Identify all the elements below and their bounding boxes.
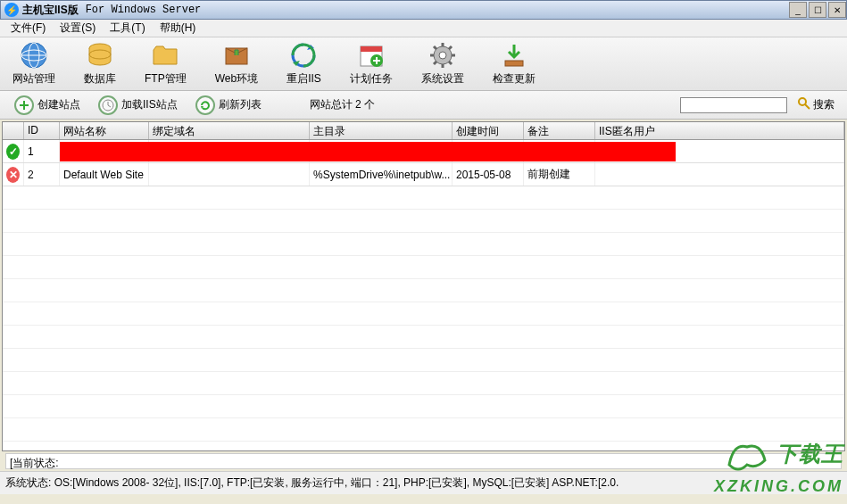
menu-bar: 文件(F) 设置(S) 工具(T) 帮助(H)	[0, 20, 847, 37]
search-button[interactable]: 搜索	[794, 95, 838, 114]
note-cell: 前期创建	[524, 163, 595, 186]
scheduled-label: 计划任务	[350, 71, 393, 87]
refresh-list-button[interactable]: 刷新列表	[190, 94, 267, 117]
status-error-icon: ✕	[6, 167, 20, 183]
col-user[interactable]: IIS匿名用户	[595, 122, 844, 139]
site-mgmt-label: 网站管理	[12, 71, 55, 87]
svg-point-22	[799, 98, 806, 105]
globe-icon	[20, 41, 48, 70]
minimize-button[interactable]: _	[789, 2, 807, 18]
close-button[interactable]: ✕	[828, 2, 846, 18]
gear-icon	[428, 41, 457, 70]
box-icon	[222, 41, 251, 70]
svg-rect-8	[361, 46, 382, 52]
ftp-mgmt-label: FTP管理	[145, 71, 187, 87]
id-cell: 2	[24, 163, 60, 186]
menu-file[interactable]: 文件(F)	[4, 19, 53, 37]
restart-iis-button[interactable]: 重启IIS	[283, 39, 325, 88]
menu-tools[interactable]: 工具(T)	[103, 19, 152, 37]
svg-rect-20	[505, 61, 523, 66]
system-status: 系统状态: OS:[Windows 2008- 32位], IIS:[7.0],…	[0, 471, 847, 494]
search-input[interactable]	[680, 97, 787, 113]
check-update-button[interactable]: 检查更新	[489, 39, 539, 88]
sys-settings-button[interactable]: 系统设置	[418, 39, 468, 88]
refresh-icon	[289, 41, 318, 70]
col-status[interactable]	[3, 122, 24, 139]
search-icon	[798, 97, 810, 112]
restart-iis-label: 重启IIS	[286, 71, 321, 87]
col-id[interactable]: ID	[24, 122, 60, 139]
ftp-mgmt-button[interactable]: FTP管理	[141, 39, 190, 88]
main-toolbar: 网站管理 数据库 FTP管理 Web环境 重启IIS 计划任务 系统设置 检查更…	[0, 37, 847, 91]
download-icon	[500, 41, 528, 70]
web-env-button[interactable]: Web环境	[212, 39, 262, 88]
col-name[interactable]: 网站名称	[60, 122, 149, 139]
menu-help[interactable]: 帮助(H)	[153, 19, 203, 37]
col-domain[interactable]: 绑定域名	[149, 122, 310, 139]
name-cell: Default Web Site	[60, 163, 149, 186]
calendar-plus-icon	[357, 41, 386, 70]
clock-icon	[98, 95, 118, 115]
maximize-button[interactable]: ☐	[809, 2, 826, 18]
action-bar: 创建站点 加载IIS站点 刷新列表 网站总计 2 个 搜索	[0, 91, 847, 120]
site-grid: ID 网站名称 绑定域名 主目录 创建时间 备注 IIS匿名用户 ✓ 1 ✕ 2…	[2, 121, 845, 451]
table-row[interactable]: ✕ 2 Default Web Site %SystemDrive%\inetp…	[3, 163, 844, 186]
load-iis-button[interactable]: 加载IIS站点	[93, 94, 183, 117]
svg-line-23	[805, 104, 810, 109]
svg-line-18	[434, 62, 436, 64]
time-cell: 2015-05-08	[453, 163, 524, 186]
status-ok-icon: ✓	[6, 144, 20, 160]
col-time[interactable]: 创建时间	[453, 122, 524, 139]
grid-header: ID 网站名称 绑定域名 主目录 创建时间 备注 IIS匿名用户	[3, 122, 844, 140]
create-site-button[interactable]: 创建站点	[9, 94, 86, 117]
refresh-list-label: 刷新列表	[219, 97, 262, 112]
title-bar: ⚡ 主机宝IIS版 For Windows Server _ ☐ ✕	[0, 0, 847, 20]
cycle-icon	[195, 95, 215, 115]
svg-line-19	[449, 46, 452, 49]
dir-cell: %SystemDrive%\inetpub\w...	[310, 163, 453, 186]
web-env-label: Web环境	[215, 71, 258, 87]
database-label: 数据库	[84, 71, 116, 87]
app-icon: ⚡	[4, 3, 19, 17]
database-icon	[86, 41, 114, 70]
domain-cell	[149, 163, 310, 186]
search-label: 搜索	[813, 97, 835, 112]
check-update-label: 检查更新	[493, 71, 536, 87]
sys-settings-label: 系统设置	[421, 71, 464, 87]
plus-icon	[14, 95, 34, 115]
svg-point-11	[439, 52, 446, 59]
status-cell: ✓	[3, 140, 24, 162]
window-subtitle: For Windows Server	[86, 4, 202, 16]
user-cell	[595, 163, 844, 186]
svg-line-16	[434, 46, 436, 49]
svg-line-17	[449, 62, 452, 64]
load-iis-label: 加载IIS站点	[121, 97, 178, 112]
site-total: 网站总计 2 个	[310, 97, 375, 112]
site-mgmt-button[interactable]: 网站管理	[9, 39, 59, 88]
redacted-bar	[60, 142, 676, 161]
window-title: 主机宝IIS版	[22, 3, 79, 18]
folder-icon	[151, 41, 179, 70]
current-status: [当前状态:	[5, 453, 842, 469]
database-button[interactable]: 数据库	[80, 39, 120, 88]
create-site-label: 创建站点	[37, 97, 80, 112]
id-cell: 1	[24, 140, 60, 162]
scheduled-button[interactable]: 计划任务	[346, 39, 396, 88]
status-cell: ✕	[3, 163, 24, 186]
col-dir[interactable]: 主目录	[310, 122, 453, 139]
menu-settings[interactable]: 设置(S)	[53, 19, 103, 37]
col-note[interactable]: 备注	[524, 122, 595, 139]
grid-body: ✓ 1 ✕ 2 Default Web Site %SystemDrive%\i…	[3, 140, 844, 442]
